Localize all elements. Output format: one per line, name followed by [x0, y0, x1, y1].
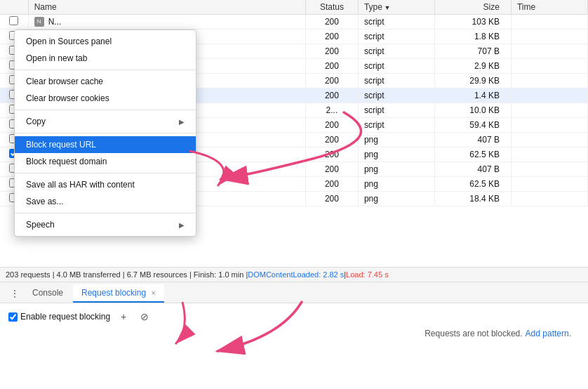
context-menu-arrow-icon: ▶	[179, 221, 185, 229]
row-size-cell: 103 KB	[434, 15, 511, 29]
row-size-cell: 1.8 KB	[434, 29, 511, 44]
row-type-cell: png	[358, 133, 434, 147]
context-menu-divider	[15, 70, 196, 70]
row-time-cell	[511, 192, 587, 206]
add-pattern-link[interactable]: Add pattern.	[526, 329, 571, 338]
row-size-cell: 59.4 KB	[434, 118, 511, 133]
tab-close-icon[interactable]: ×	[151, 289, 155, 297]
row-type-cell: png	[358, 162, 434, 177]
col-size-header[interactable]: Size	[434, 0, 511, 15]
context-menu-item-0[interactable]: Open in Sources panel	[15, 33, 196, 50]
row-name-cell[interactable]: NN...	[28, 15, 305, 29]
context-menu-item-label: Save all as HAR with content	[26, 180, 135, 190]
context-menu-item-5[interactable]: Block request URL	[15, 136, 196, 153]
row-time-cell	[511, 44, 587, 59]
context-menu-arrow-icon: ▶	[179, 118, 185, 126]
context-menu-item-2[interactable]: Clear browser cache	[15, 73, 196, 90]
context-menu: Open in Sources panelOpen in new tabClea…	[14, 29, 196, 237]
context-menu-item-3[interactable]: Clear browser cookies	[15, 90, 196, 107]
col-status-header[interactable]: Status	[305, 0, 358, 15]
tab-console-label: Console	[32, 288, 63, 298]
context-menu-item-4[interactable]: Copy▶	[15, 113, 196, 130]
load-link[interactable]: Load: 7.45 s	[346, 270, 389, 279]
context-menu-item-6[interactable]: Block request domain	[15, 153, 196, 170]
col-checkbox-header	[0, 0, 28, 15]
col-name-header[interactable]: Name	[28, 0, 305, 15]
blocking-toolbar: Enable request blocking + ⊘	[8, 309, 580, 324]
tab-request-blocking-label: Request blocking	[81, 288, 146, 298]
row-status-cell: 200	[305, 133, 358, 147]
row-size-cell: 2.9 KB	[434, 59, 511, 74]
blocking-status: Requests are not blocked. Add pattern.	[8, 329, 580, 338]
row-size-cell: 62.5 KB	[434, 147, 511, 162]
row-size-cell: 29.9 KB	[434, 74, 511, 88]
context-menu-item-label: Speech	[26, 220, 55, 230]
context-menu-item-label: Block request URL	[26, 140, 96, 150]
row-size-cell: 10.0 KB	[434, 103, 511, 118]
row-type-cell: png	[358, 147, 434, 162]
col-time-header[interactable]: Time	[511, 0, 587, 15]
bottom-tabs: ⋮ Console Request blocking ×	[0, 282, 588, 303]
row-checkbox-cell[interactable]	[0, 15, 28, 29]
row-type-cell: png	[358, 177, 434, 192]
context-menu-divider	[15, 213, 196, 213]
row-status-cell: 200	[305, 88, 358, 103]
context-menu-item-1[interactable]: Open in new tab	[15, 50, 196, 67]
context-menu-item-8[interactable]: Save as...	[15, 193, 196, 210]
row-time-cell	[511, 118, 587, 133]
row-size-cell: 707 B	[434, 44, 511, 59]
row-status-cell: 200	[305, 177, 358, 192]
row-status-cell: 200	[305, 29, 358, 44]
status-bar: 203 requests | 4.0 MB transferred | 6.7 …	[0, 267, 588, 282]
row-time-cell	[511, 162, 587, 177]
context-menu-item-7[interactable]: Save all as HAR with content	[15, 176, 196, 193]
row-type-cell: script	[358, 88, 434, 103]
row-size-cell: 407 B	[434, 133, 511, 147]
row-type-cell: script	[358, 59, 434, 74]
row-type-cell: script	[358, 44, 434, 59]
context-menu-item-label: Clear browser cache	[26, 77, 103, 86]
row-size-cell: 62.5 KB	[434, 177, 511, 192]
tab-dots[interactable]: ⋮	[6, 284, 24, 303]
name-cell-content: NN...	[34, 17, 300, 27]
row-time-cell	[511, 59, 587, 74]
add-pattern-button[interactable]: +	[116, 309, 131, 324]
row-status-cell: 200	[305, 192, 358, 206]
row-size-cell: 407 B	[434, 162, 511, 177]
row-name-text: N...	[48, 17, 62, 27]
dom-content-loaded-link[interactable]: DOMContentLoaded: 2.82 s	[248, 270, 344, 279]
row-checkbox[interactable]	[9, 16, 18, 25]
context-menu-divider	[15, 133, 196, 133]
tab-console[interactable]: Console	[24, 284, 72, 303]
row-time-cell	[511, 29, 587, 44]
row-size-cell: 1.4 KB	[434, 88, 511, 103]
enable-request-blocking-label[interactable]: Enable request blocking	[8, 312, 110, 322]
table-row[interactable]: NN...200script103 KB	[0, 15, 588, 29]
row-type-icon: N	[34, 17, 44, 27]
row-time-cell	[511, 15, 587, 29]
context-menu-item-label: Open in Sources panel	[26, 37, 112, 46]
row-type-cell: script	[358, 118, 434, 133]
context-menu-divider	[15, 110, 196, 110]
context-menu-item-9[interactable]: Speech▶	[15, 216, 196, 233]
context-menu-item-label: Copy	[26, 117, 46, 126]
row-type-cell: script	[358, 103, 434, 118]
status-text: 203 requests | 4.0 MB transferred | 6.7 …	[6, 270, 248, 279]
row-status-cell: 200	[305, 74, 358, 88]
block-icon-button[interactable]: ⊘	[137, 309, 152, 324]
row-time-cell	[511, 147, 587, 162]
row-time-cell	[511, 88, 587, 103]
row-time-cell	[511, 74, 587, 88]
enable-request-blocking-checkbox[interactable]	[8, 312, 18, 322]
context-menu-item-label: Save as...	[26, 197, 63, 206]
context-menu-item-label: Block request domain	[26, 157, 107, 166]
tab-request-blocking[interactable]: Request blocking ×	[73, 284, 164, 303]
row-status-cell: 200	[305, 44, 358, 59]
row-time-cell	[511, 103, 587, 118]
context-menu-item-label: Clear browser cookies	[26, 93, 109, 103]
context-menu-item-label: Open in new tab	[26, 53, 87, 63]
row-status-cell: 2...	[305, 103, 358, 118]
row-status-cell: 200	[305, 59, 358, 74]
row-type-cell: script	[358, 29, 434, 44]
col-type-header[interactable]: Type	[358, 0, 434, 15]
